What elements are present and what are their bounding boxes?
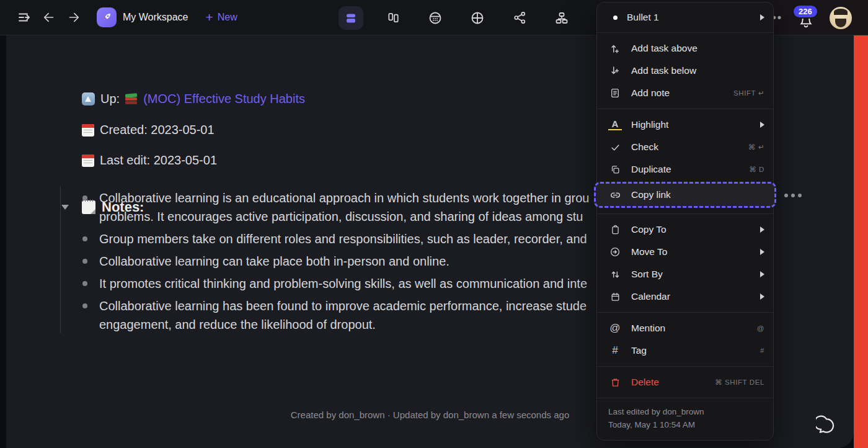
org-chart-view-icon[interactable] <box>549 6 574 30</box>
menu-section-add: Add task above Add task below Add note S… <box>597 33 773 109</box>
menu-item-label: Add note <box>631 87 733 99</box>
rocket-workspace-icon <box>97 7 117 27</box>
chat-bubble-icon[interactable] <box>816 415 837 438</box>
menu-item-label: Copy link <box>631 189 766 200</box>
workspace-name: My Workspace <box>123 12 188 23</box>
menu-item-add-task-above[interactable]: Add task above <box>597 37 773 60</box>
menu-item-calendar[interactable]: Calendar <box>597 285 773 308</box>
shortcut-hint: @ <box>757 325 764 332</box>
plus-icon: + <box>206 11 213 24</box>
submenu-arrow-icon <box>760 122 764 128</box>
arrow-down-plus-icon <box>608 65 622 76</box>
block-more-handle-icon[interactable] <box>784 194 802 197</box>
shortcut-hint: ⌘ SHIFT DEL <box>715 378 764 387</box>
forward-arrow-icon[interactable] <box>63 7 84 28</box>
link-icon <box>608 189 622 201</box>
at-sign-icon: @ <box>608 322 622 334</box>
notifications-bell-icon[interactable]: 226 <box>794 4 818 32</box>
shortcut-hint: SHIFT ↵ <box>733 89 764 97</box>
shortcut-hint: # <box>760 347 764 354</box>
menu-item-duplicate[interactable]: Duplicate ⌘ D <box>597 158 773 181</box>
menu-item-label: Add task below <box>631 65 764 76</box>
mindmap-view-icon[interactable] <box>465 6 490 30</box>
last-edited-time: Today, May 1 10:54 AM <box>608 418 762 431</box>
menu-item-label: Mention <box>631 323 757 334</box>
submenu-arrow-icon <box>760 14 764 20</box>
checkmark-icon <box>608 142 622 153</box>
calendar-emoji-icon <box>82 124 94 137</box>
last-edit-line: Last edit: 2023-05-01 <box>82 153 217 168</box>
shortcut-hint: ⌘ ↵ <box>748 143 764 151</box>
menu-section-edit: A Highlight Check ⌘ ↵ Duplicate ⌘ D <box>597 109 773 213</box>
menu-item-label: Delete <box>631 377 715 388</box>
menu-item-label: Tag <box>631 345 760 356</box>
menu-item-label: Sort By <box>631 269 760 280</box>
menu-item-label: Move To <box>631 246 760 258</box>
menu-item-copy-link[interactable]: Copy link <box>594 182 776 208</box>
menu-item-add-task-below[interactable]: Add task below <box>597 60 773 82</box>
sidebar-toggle-icon[interactable] <box>14 7 35 28</box>
last-edited-by: Last edited by don_brown <box>608 405 762 418</box>
menu-item-label: Check <box>631 141 748 153</box>
calendar-icon <box>608 292 622 302</box>
submenu-arrow-icon <box>760 271 764 277</box>
menu-item-mention[interactable]: @ Mention @ <box>597 317 773 339</box>
menu-item-label: Add task above <box>631 43 764 54</box>
menu-item-label: Highlight <box>631 119 760 130</box>
menu-item-bullet-type[interactable]: Bullet 1 <box>597 2 773 32</box>
board-view-icon[interactable] <box>381 6 405 30</box>
account-cluster: ••• 226 <box>767 0 852 35</box>
move-arrow-circle-icon <box>608 246 622 258</box>
menu-item-highlight[interactable]: A Highlight <box>597 114 773 136</box>
view-switcher <box>339 0 574 35</box>
menu-item-label: Duplicate <box>631 164 749 175</box>
menu-section-organize: Copy To Move To Sort By <box>597 214 773 312</box>
created-line: Created: 2023-05-01 <box>82 123 215 137</box>
menu-last-edited-footer: Last edited by don_brown Today, May 1 10… <box>597 398 773 440</box>
last-edit-text: Last edit: 2023-05-01 <box>100 153 217 168</box>
block-context-menu: Bullet 1 Add task above Add task below <box>596 2 774 441</box>
menu-section-danger: Delete ⌘ SHIFT DEL <box>597 367 773 398</box>
menu-item-check[interactable]: Check ⌘ ↵ <box>597 136 773 158</box>
submenu-arrow-icon <box>760 293 764 300</box>
menu-item-sort-by[interactable]: Sort By <box>597 263 773 285</box>
hash-icon: # <box>608 344 622 357</box>
share-icon[interactable] <box>507 6 532 30</box>
list-view-icon[interactable] <box>339 6 363 30</box>
workspace-switcher[interactable]: My Workspace <box>97 7 188 27</box>
user-avatar[interactable] <box>830 7 852 29</box>
highlight-a-icon: A <box>608 119 622 130</box>
menu-item-delete[interactable]: Delete ⌘ SHIFT DEL <box>597 371 773 393</box>
menu-item-label: Calendar <box>631 291 760 302</box>
app-window: My Workspace + New <box>0 0 868 448</box>
up-line: Up: (MOC) Effective Study Habits <box>82 92 305 106</box>
menu-item-label: Bullet 1 <box>627 12 760 23</box>
menu-item-move-to[interactable]: Move To <box>597 241 773 263</box>
shortcut-hint: ⌘ D <box>749 165 764 174</box>
menu-item-copy-to[interactable]: Copy To <box>597 218 773 241</box>
submenu-arrow-icon <box>760 226 764 233</box>
notification-count-badge: 226 <box>792 4 818 19</box>
clipboard-icon <box>608 225 622 235</box>
books-emoji-icon <box>125 94 138 105</box>
moc-note-link[interactable]: (MOC) Effective Study Habits <box>143 92 305 106</box>
arrow-up-plus-icon <box>608 43 622 54</box>
up-button-emoji-icon <box>82 92 95 105</box>
submenu-arrow-icon <box>760 249 764 255</box>
calendar-emoji-icon <box>82 155 94 167</box>
back-arrow-icon[interactable] <box>38 7 60 28</box>
menu-item-tag[interactable]: # Tag # <box>597 339 773 362</box>
nav-cluster: My Workspace + New <box>0 7 237 28</box>
new-button[interactable]: + New <box>206 11 237 24</box>
menu-item-label: Copy To <box>631 224 760 235</box>
right-edge-accent-strip <box>854 35 868 448</box>
new-button-label: New <box>218 12 237 23</box>
note-document-icon <box>608 87 622 99</box>
duplicate-icon <box>608 164 622 175</box>
up-label: Up: <box>100 92 120 106</box>
calendar-view-icon[interactable] <box>423 6 448 30</box>
menu-section-reference: @ Mention @ # Tag # <box>597 313 773 366</box>
menu-item-add-note[interactable]: Add note SHIFT ↵ <box>597 82 773 104</box>
bullet-dot-icon <box>613 16 618 20</box>
created-text: Created: 2023-05-01 <box>100 123 215 137</box>
